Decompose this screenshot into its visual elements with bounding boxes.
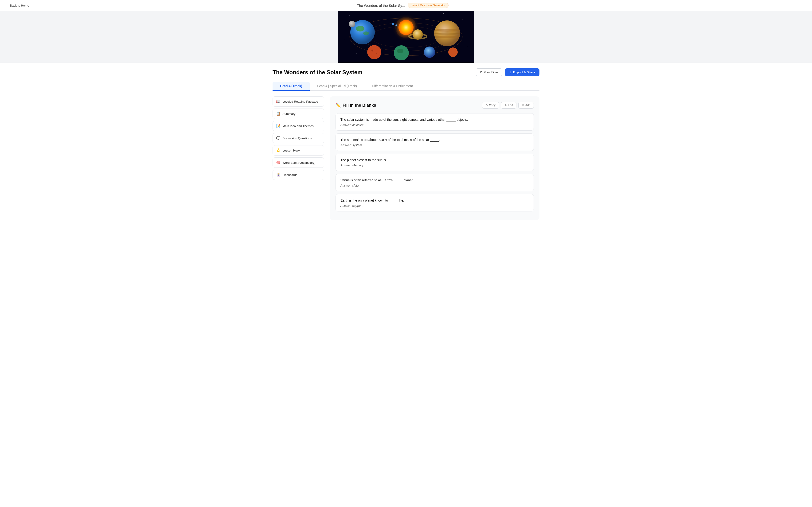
sidebar-item-label: Summary: [282, 112, 296, 116]
answer-text: Answer: system: [340, 143, 529, 147]
brain-icon: 🧠: [276, 161, 281, 165]
add-button[interactable]: ⊕ Add: [518, 102, 534, 109]
svg-point-7: [356, 53, 357, 54]
tab-differentiation[interactable]: Differentiation & Enrichment: [364, 82, 420, 91]
clipboard-icon: 📋: [276, 112, 281, 116]
svg-point-17: [356, 26, 364, 32]
tabs-row: Grad 4 (Track) Grad 4 | Special Ed (Trac…: [273, 82, 539, 91]
svg-point-21: [434, 29, 460, 32]
sidebar: 📖 Leveled Reading Passage 📋 Summary 📝 Ma…: [273, 96, 324, 220]
book-icon: 📖: [276, 99, 281, 104]
sidebar-item-word-bank[interactable]: 🧠 Word Bank (Vocabulary): [273, 157, 324, 168]
sidebar-item-summary[interactable]: 📋 Summary: [273, 109, 324, 119]
svg-point-3: [385, 14, 385, 15]
question-item-3: The planet closest to the sun is _____. …: [336, 154, 534, 171]
svg-point-32: [448, 48, 458, 57]
pencil-icon: 📝: [276, 124, 281, 128]
svg-point-18: [363, 32, 369, 35]
edit-icon: ✎: [505, 104, 507, 107]
svg-point-22: [434, 33, 460, 35]
sidebar-item-discussion[interactable]: 💬 Discussion Questions: [273, 133, 324, 143]
sidebar-item-label: Discussion Questions: [282, 136, 312, 140]
sidebar-item-label: Leveled Reading Passage: [282, 100, 318, 103]
sidebar-item-lesson-hook[interactable]: 🪝 Lesson Hook: [273, 145, 324, 156]
instant-resource-badge[interactable]: Instant Resource Generator: [408, 3, 449, 8]
copy-button[interactable]: ⧉ Copy: [482, 102, 499, 109]
question-item-4: Venus is often referred to as Earth's __…: [336, 174, 534, 191]
pencil-section-icon: ✏️: [336, 103, 341, 108]
title-row: The Wonders of the Solar System ⚙ View F…: [273, 68, 539, 76]
question-text: The planet closest to the sun is _____.: [340, 158, 529, 163]
main-content: The Wonders of the Solar System ⚙ View F…: [265, 63, 547, 226]
svg-point-33: [392, 23, 394, 25]
question-text: The solar system is made up of the sun, …: [340, 117, 529, 122]
svg-point-30: [413, 30, 423, 40]
tab-grad4-track[interactable]: Grad 4 (Track): [273, 82, 310, 91]
sidebar-item-label: Lesson Hook: [282, 149, 300, 152]
header-title: The Wonders of the Solar Sy...: [357, 4, 405, 7]
question-item-1: The solar system is made up of the sun, …: [336, 113, 534, 131]
svg-point-31: [424, 47, 435, 58]
export-share-button[interactable]: ⇧ Export & Share: [505, 68, 539, 76]
app-header: ‹ Back to Home The Wonders of the Solar …: [0, 0, 812, 11]
hero-image-container: [0, 11, 812, 63]
svg-point-5: [443, 13, 444, 14]
svg-point-23: [434, 36, 460, 38]
sidebar-item-label: Main Idea and Themes: [282, 124, 314, 128]
main-panel: ✏️ Fill in the Blanks ⧉ Copy ✎ Edit ⊕ Ad…: [330, 96, 539, 220]
svg-point-19: [349, 21, 355, 27]
question-item-2: The sun makes up about 99.8% of the tota…: [336, 133, 534, 151]
svg-point-9: [345, 39, 345, 40]
answer-text: Answer: Mercury: [340, 164, 529, 167]
section-actions: ⧉ Copy ✎ Edit ⊕ Add: [482, 102, 534, 109]
svg-point-25: [371, 50, 373, 51]
section-header: ✏️ Fill in the Blanks ⧉ Copy ✎ Edit ⊕ Ad…: [336, 102, 534, 109]
hook-icon: 🪝: [276, 148, 281, 153]
svg-point-10: [467, 46, 467, 47]
svg-point-4: [420, 17, 420, 17]
svg-point-24: [367, 45, 381, 59]
section-title: ✏️ Fill in the Blanks: [336, 103, 376, 108]
answer-text: Answer: celestial: [340, 123, 529, 127]
sidebar-item-leveled-reading[interactable]: 📖 Leveled Reading Passage: [273, 96, 324, 107]
content-layout: 📖 Leveled Reading Passage 📋 Summary 📝 Ma…: [273, 96, 539, 220]
svg-point-26: [376, 53, 378, 54]
cards-icon: 🃏: [276, 173, 281, 177]
answer-text: Answer: support: [340, 204, 529, 208]
sidebar-item-main-idea[interactable]: 📝 Main Idea and Themes: [273, 121, 324, 131]
chat-icon: 💬: [276, 136, 281, 140]
svg-point-1: [349, 15, 350, 16]
question-item-5: Earth is the only planet known to _____ …: [336, 194, 534, 212]
question-text: Earth is the only planet known to _____ …: [340, 198, 529, 203]
sidebar-item-flashcards[interactable]: 🃏 Flashcards: [273, 170, 324, 180]
page-title: The Wonders of the Solar System: [273, 69, 362, 76]
svg-point-34: [395, 24, 397, 26]
header-center: The Wonders of the Solar Sy... Instant R…: [357, 3, 449, 8]
title-actions: ⚙ View Filter ⇧ Export & Share: [476, 68, 539, 76]
solar-system-svg: [338, 11, 474, 63]
solar-system-hero: [338, 11, 474, 63]
answer-text: Answer: sister: [340, 184, 529, 187]
svg-point-15: [399, 20, 413, 35]
back-to-home-link[interactable]: ‹ Back to Home: [7, 4, 29, 7]
sidebar-item-label: Word Bank (Vocabulary): [282, 161, 315, 164]
tab-grad4-special-ed[interactable]: Grad 4 | Special Ed (Track): [310, 82, 364, 91]
view-filter-button[interactable]: ⚙ View Filter: [476, 68, 502, 76]
question-text: The sun makes up about 99.8% of the tota…: [340, 137, 529, 143]
chevron-left-icon: ‹: [7, 4, 8, 7]
copy-icon: ⧉: [486, 104, 488, 107]
edit-button[interactable]: ✎ Edit: [501, 102, 516, 109]
svg-point-28: [397, 49, 403, 53]
question-text: Venus is often referred to as Earth's __…: [340, 178, 529, 183]
sidebar-item-label: Flashcards: [282, 173, 297, 177]
filter-icon: ⚙: [480, 70, 482, 74]
svg-point-6: [462, 19, 463, 19]
back-label: Back to Home: [10, 4, 29, 7]
export-icon: ⇧: [509, 70, 512, 74]
plus-icon: ⊕: [522, 104, 524, 107]
